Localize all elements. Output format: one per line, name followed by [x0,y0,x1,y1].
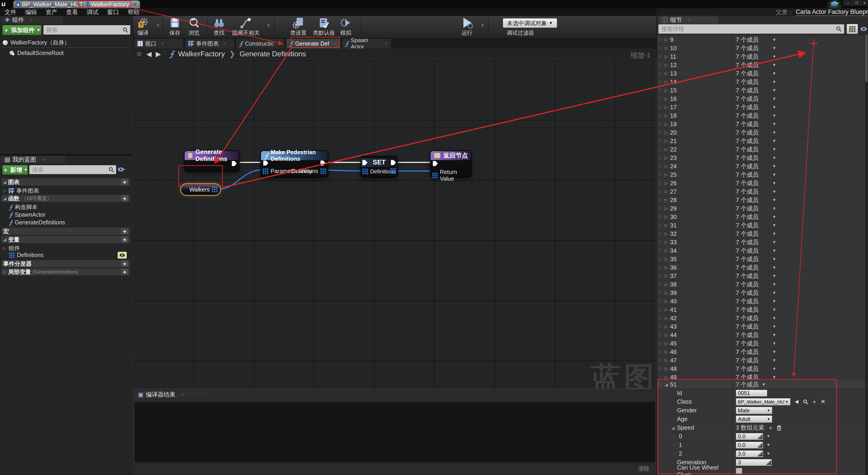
caret-right-icon[interactable]: ▷ [665,290,668,295]
drag-handle[interactable]: ⁞⁞ [659,106,662,108]
row-actions-dropdown[interactable]: ▼ [772,274,776,278]
drag-handle[interactable]: ⁞⁞ [659,157,662,159]
drag-handle[interactable]: ⁞⁞ [659,216,662,218]
drag-handle[interactable]: ⁞⁞ [659,368,662,370]
hide-unrelated-dropdown-arrow[interactable]: ▾ [268,23,270,28]
add-local-variable-button[interactable]: ＋ [121,269,128,275]
new-button[interactable]: ＋ 新增 ▼ [2,165,28,175]
details-array-row-10[interactable]: ⁞⁞▷107 个成员▼ [657,44,868,53]
caret-right-icon[interactable]: ▷ [665,79,668,84]
components-panel-tab[interactable]: ❖ 组件 ✕ [1,16,63,24]
details-array-row-11[interactable]: ⁞⁞▷117 个成员▼ [657,53,868,61]
details-scrollbar-track[interactable] [865,34,868,475]
drag-handle[interactable]: ⁞⁞ [659,199,662,201]
row-actions-dropdown[interactable]: ▼ [772,299,776,304]
forward-icon[interactable]: ▶ [156,50,161,58]
caret-right-icon[interactable]: ▷ [665,375,668,380]
row-actions-dropdown[interactable]: ▼ [772,147,776,152]
row-actions-dropdown[interactable]: ▼ [772,88,776,93]
property-matrix-button[interactable] [846,24,858,34]
play-dropdown-arrow[interactable]: ▾ [482,23,484,28]
close-icon[interactable]: ✕ [181,392,185,397]
back-icon[interactable]: ◀ [146,50,152,58]
caret-right-icon[interactable]: ▷ [665,96,668,101]
details-array-row-24[interactable]: ⁞⁞▷247 个成员▼ [657,162,868,171]
details-array-row-14[interactable]: ⁞⁞▷147 个成员▼ [657,78,868,86]
caret-right-icon[interactable]: ▷ [665,37,668,42]
details-array-row-30[interactable]: ⁞⁞▷307 个成员▼ [657,213,868,221]
save-button[interactable]: 保存 [169,17,181,36]
caret-right-icon[interactable]: ▷ [665,62,668,67]
drag-handle[interactable]: ⁞⁞ [659,140,662,142]
details-array-row-29[interactable]: ⁞⁞▷297 个成员▼ [657,204,868,213]
row-actions-dropdown[interactable]: ▼ [772,350,776,354]
drag-handle[interactable]: ⁞⁞ [659,250,662,252]
row-actions-dropdown[interactable]: ▼ [772,257,776,262]
exec-output-pin[interactable] [231,160,237,167]
row-actions-dropdown[interactable]: ▼ [772,341,776,346]
drag-handle[interactable]: ⁞⁞ [659,190,662,193]
my-blueprint-search-input[interactable] [29,167,108,173]
close-icon[interactable]: ✕ [278,41,281,46]
my-blueprint-search[interactable] [29,165,116,174]
play-button[interactable]: 运行 [461,17,473,36]
exec-output-pin[interactable] [320,160,326,166]
details-search[interactable] [658,24,844,34]
row-actions-dropdown[interactable]: ▼ [772,375,776,380]
drag-handle[interactable]: ⁞⁞ [659,98,662,100]
debug-object-dropdown[interactable]: 未选中调试对象 ▼ [503,18,557,28]
row-actions-dropdown[interactable]: ▼ [772,122,776,126]
favorite-star-icon[interactable]: ☆ [136,50,142,58]
speed-1-input[interactable]: 0.0 [736,442,763,449]
components-search[interactable] [43,25,130,35]
caret-right-icon[interactable]: ▷ [665,46,668,51]
close-icon[interactable]: ✕ [29,17,33,23]
drag-handle[interactable]: ⁞⁞ [659,64,662,66]
restore-button[interactable]: ❐ [852,0,860,5]
details-search-input[interactable] [658,26,836,32]
caret-right-icon[interactable]: ▷ [665,257,668,262]
menu-window[interactable]: 窗口 [107,8,119,16]
details-array-row-17[interactable]: ⁞⁞▷177 个成员▼ [657,103,868,112]
details-array-row-35[interactable]: ⁞⁞▷357 个成员▼ [657,255,868,263]
caret-right-icon[interactable]: ▷ [665,155,668,160]
caret-right-icon[interactable]: ▷ [665,240,668,245]
details-array-row-25[interactable]: ⁞⁞▷257 个成员▼ [657,171,868,179]
details-array-row-47[interactable]: ⁞⁞▷477 个成员▼ [657,356,868,365]
find-button[interactable]: 查找 [213,17,225,36]
drag-handle[interactable]: ⁞⁞ [659,81,662,83]
row-actions-dropdown[interactable]: ▼ [772,172,776,177]
generation-input[interactable]: 3 [736,459,772,466]
compiler-results-tab[interactable]: ▣ 编译器结果 ✕ [134,391,208,398]
caret-right-icon[interactable]: ▷ [665,366,668,371]
row-actions-dropdown[interactable]: ▼ [772,282,776,287]
row-actions-dropdown[interactable]: ▼ [772,358,776,363]
details-array-row-36[interactable]: ⁞⁞▷367 个成员▼ [657,263,868,272]
row-actions-dropdown[interactable]: ▼ [772,139,776,143]
caret-right-icon[interactable]: ▷ [665,231,668,236]
details-array-row-22[interactable]: ⁞⁞▷227 个成员▼ [657,145,868,154]
age-dropdown[interactable]: Adult▼ [736,415,772,423]
menu-file[interactable]: 文件 [5,8,17,16]
node-return[interactable]: 返回节点 Return Value [430,150,472,177]
menu-view[interactable]: 查看 [66,8,78,16]
drag-handle[interactable]: ⁞⁞ [659,123,662,125]
section-local-variables[interactable]: ▷ 局部变量 (GenerateDefinitions) ＋ [1,268,130,275]
row-actions-dropdown[interactable]: ▼ [772,223,776,228]
row-actions-dropdown[interactable]: ▼ [772,130,776,135]
tree-item-spawnactor[interactable]: ⨍ SpawnActor [9,211,45,218]
caret-right-icon[interactable]: ▷ [665,198,668,203]
row-actions-dropdown[interactable]: ▼ [772,232,776,236]
compiler-output-area[interactable] [134,402,656,463]
caret-right-icon[interactable]: ▷ [665,282,668,287]
drag-handle[interactable]: ⁞⁞ [659,241,662,243]
details-array-row-26[interactable]: ⁞⁞▷267 个成员▼ [657,179,868,187]
pin-return-value[interactable]: Return Value [432,169,471,182]
caret-right-icon[interactable]: ▷ [665,189,668,194]
row-actions-dropdown[interactable]: ▼ [772,63,776,67]
my-blueprint-panel-tab[interactable]: ▤ 我的蓝图 ✕ [1,155,65,163]
row-actions-dropdown[interactable]: ▼ [772,46,776,51]
details-array-row-48[interactable]: ⁞⁞▷487 个成员▼ [657,365,868,373]
drag-handle[interactable]: ⁞⁞ [659,376,662,378]
pin-definitions-out[interactable]: Definitions [291,168,326,174]
